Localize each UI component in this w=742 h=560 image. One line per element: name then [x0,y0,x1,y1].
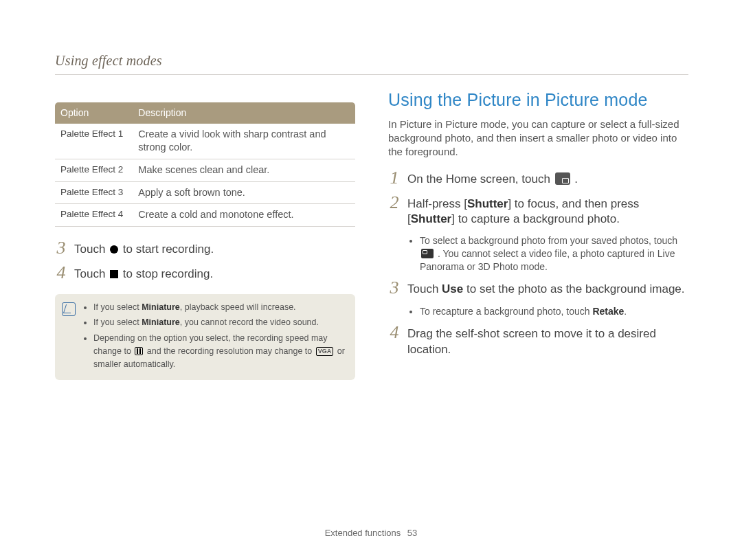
text: to start recording. [120,243,214,256]
record-icon [110,245,118,254]
text: To select a background photo from your s… [420,235,677,246]
text: Half-press [ [407,197,467,210]
step-number: 3 [55,239,67,257]
note-item: Depending on the option you select, the … [93,332,346,370]
table-row: Palette Effect 3 Apply a soft brown tone… [55,181,355,204]
text: To recapture a background photo, touch [420,306,592,317]
bold: Shutter [467,197,508,210]
text: , playback speed will increase. [180,302,296,312]
step-text: Touch Use to set the photo as the backgr… [407,280,688,298]
bold: Use [442,282,463,295]
bold: Miniature [142,317,180,327]
opt-desc: Apply a soft brown tone. [133,181,355,204]
opt-desc: Make scenes clean and clear. [133,159,355,182]
right-steps: 4 Drag the self-shot screen to move it t… [388,325,688,358]
step-number: 3 [388,279,401,297]
note-box: If you select Miniature, playback speed … [55,294,355,381]
note-item: If you select Miniature, you cannot reco… [93,316,346,329]
step-number: 2 [388,194,401,212]
step-text: Half-press [Shutter] to focus, and then … [407,195,688,228]
text: On the Home screen, touch [407,172,554,186]
sub-bullet: To recapture a background photo, touch R… [420,305,688,318]
footer-section: Extended functions [325,528,401,538]
gallery-icon [421,249,434,258]
text: and the recording resolution may change … [144,346,314,356]
text: Touch [407,282,442,295]
step-sub-bullets: To recapture a background photo, touch R… [388,305,688,318]
page-number: 53 [407,528,417,538]
left-column: Option Description Palette Effect 1 Crea… [55,89,355,380]
pip-mode-icon [555,172,570,185]
left-steps: 3 Touch to start recording. 4 Touch to s… [55,240,355,283]
right-column: Using the Picture in Picture mode In Pic… [388,89,688,380]
text: ] to capture a background photo. [451,212,620,225]
text: , you cannot record the video sound. [180,317,319,327]
opt-name: Palette Effect 3 [55,181,133,204]
text: . You cannot select a video file, a phot… [420,248,675,272]
table-row: Palette Effect 4 Create a cold and monot… [55,204,355,227]
step-text: Touch to stop recording. [74,265,355,282]
opt-name: Palette Effect 2 [55,159,133,182]
step-number: 4 [388,324,401,341]
bold: Retake [592,306,624,317]
step-number: 4 [55,264,67,282]
right-steps: 1 On the Home screen, touch . 2 Half-pre… [388,170,688,228]
bold: Miniature [142,302,180,312]
sub-bullet: To select a background photo from your s… [420,234,688,273]
text: to set the photo as the background image… [463,282,684,295]
section-heading: Using the Picture in Picture mode [388,89,688,112]
vga-badge-icon: VGA [316,347,334,356]
table-header-description: Description [133,102,355,124]
step-text: On the Home screen, touch . [407,170,688,188]
step-text: Touch to start recording. [74,240,355,258]
palette-options-table: Option Description Palette Effect 1 Crea… [55,102,355,227]
text: Touch [74,267,109,280]
bold: Shutter [411,212,452,225]
opt-desc: Create a cold and monotone effect. [133,204,355,227]
running-head: Using effect modes [55,52,688,75]
text: . [624,306,627,317]
table-row: Palette Effect 2 Make scenes clean and c… [55,159,355,182]
table-header-option: Option [55,102,133,124]
text: . [572,172,578,186]
table-row: Palette Effect 1 Create a vivid look wit… [55,124,355,159]
text: to stop recording. [120,267,213,280]
step-number: 1 [388,169,401,187]
opt-name: Palette Effect 4 [55,204,133,227]
page-footer: Extended functions 53 [0,527,742,539]
speed-icon [135,347,143,355]
note-item: If you select Miniature, playback speed … [93,301,346,314]
note-icon [62,302,76,316]
text: Touch [74,243,109,256]
opt-name: Palette Effect 1 [55,124,133,159]
right-steps: 3 Touch Use to set the photo as the back… [388,280,688,298]
step-sub-bullets: To select a background photo from your s… [388,234,688,273]
stop-icon [110,270,118,278]
text: If you select [93,302,142,312]
opt-desc: Create a vivid look with sharp contrast … [133,124,355,159]
section-intro: In Picture in Picture mode, you can capt… [388,117,688,159]
text: If you select [93,317,142,327]
step-text: Drag the self-shot screen to move it to … [407,325,688,358]
